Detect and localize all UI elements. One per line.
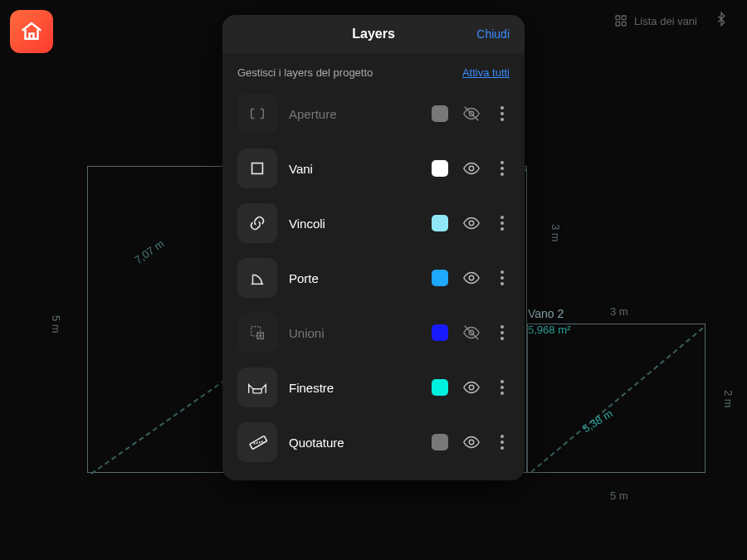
dimension-label: 5 m (50, 315, 62, 334)
svg-rect-2 (616, 22, 620, 26)
layer-name-label: Aperture (289, 107, 420, 121)
eye-off-icon[interactable] (460, 324, 483, 342)
color-swatch[interactable] (432, 160, 448, 177)
dimension-label: 3 m (610, 305, 628, 318)
aperture-icon[interactable] (237, 94, 277, 134)
ruler-icon[interactable] (237, 422, 277, 462)
eye-icon[interactable] (460, 214, 483, 232)
eye-icon[interactable] (460, 378, 483, 397)
dimension-label: 5,38 m (580, 407, 615, 436)
svg-rect-3 (622, 22, 626, 26)
svg-rect-1 (622, 16, 626, 20)
diagonal-dimension (530, 328, 703, 473)
panel-subtitle: Gestisci i layers del progetto (237, 66, 373, 79)
layer-row: Aperture (237, 90, 510, 137)
more-options-icon[interactable] (495, 325, 510, 340)
color-swatch[interactable] (432, 434, 448, 450)
color-swatch[interactable] (432, 215, 448, 231)
dimension-label: 7,07 m (132, 237, 166, 266)
close-button[interactable]: Chiudi (476, 27, 510, 41)
panel-title: Layers (352, 27, 395, 41)
eye-icon[interactable] (460, 269, 483, 287)
svg-point-9 (469, 275, 474, 280)
svg-point-8 (469, 221, 474, 226)
svg-rect-10 (251, 327, 261, 336)
door-icon[interactable] (237, 258, 277, 298)
layer-row: Finestre (237, 364, 510, 411)
layer-row: Vincoli (237, 200, 510, 246)
svg-rect-6 (252, 163, 263, 174)
more-options-icon[interactable] (495, 161, 510, 176)
layer-name-label: Unioni (289, 326, 420, 340)
window-icon[interactable] (237, 368, 277, 407)
dimension-label: 3 m (549, 224, 562, 242)
color-swatch[interactable] (432, 379, 448, 396)
layer-row: Unioni (237, 309, 510, 356)
more-options-icon[interactable] (495, 270, 510, 285)
eye-off-icon[interactable] (460, 105, 483, 123)
layer-row: Quotature (237, 419, 510, 465)
room-area-label: 5,968 m² (528, 324, 570, 336)
svg-rect-14 (250, 436, 267, 449)
svg-rect-0 (616, 16, 620, 20)
color-swatch[interactable] (432, 105, 448, 122)
room-list-label: Lista dei vani (634, 15, 697, 27)
layer-row: Vani (237, 145, 510, 192)
eye-icon[interactable] (460, 433, 483, 451)
layer-name-label: Finestre (289, 381, 420, 395)
room-list-button[interactable]: Lista dei vani (614, 14, 697, 27)
activate-all-button[interactable]: Attiva tutti (462, 66, 510, 79)
layer-row: Porte (237, 255, 510, 301)
svg-point-7 (469, 166, 474, 171)
layer-name-label: Quotature (289, 436, 420, 450)
eye-icon[interactable] (460, 159, 483, 178)
layer-name-label: Vincoli (289, 217, 420, 231)
square-icon[interactable] (237, 149, 277, 188)
app-logo (10, 10, 53, 53)
color-swatch[interactable] (432, 324, 448, 341)
bluetooth-icon[interactable] (714, 12, 729, 30)
union-icon[interactable] (237, 313, 277, 353)
grid-icon (614, 14, 627, 27)
color-swatch[interactable] (432, 270, 448, 286)
more-options-icon[interactable] (495, 380, 510, 395)
room-outline (527, 324, 706, 473)
room-name-label: Vano 2 (528, 307, 564, 320)
dimension-label: 5 m (610, 489, 628, 502)
panel-header: Layers Chiudi (222, 15, 525, 53)
svg-point-15 (469, 440, 474, 445)
more-options-icon[interactable] (495, 216, 510, 231)
layer-list: ApertureVaniVincoliPorteUnioniFinestreQu… (222, 87, 525, 480)
layer-name-label: Porte (289, 271, 420, 285)
layers-panel: Layers Chiudi Gestisci i layers del prog… (222, 15, 525, 480)
more-options-icon[interactable] (495, 106, 510, 121)
svg-point-13 (469, 385, 474, 390)
link-icon[interactable] (237, 203, 277, 243)
dimension-label: 2 m (722, 390, 735, 408)
house-ar-icon (19, 19, 44, 44)
more-options-icon[interactable] (495, 435, 510, 450)
layer-name-label: Vani (289, 162, 420, 176)
